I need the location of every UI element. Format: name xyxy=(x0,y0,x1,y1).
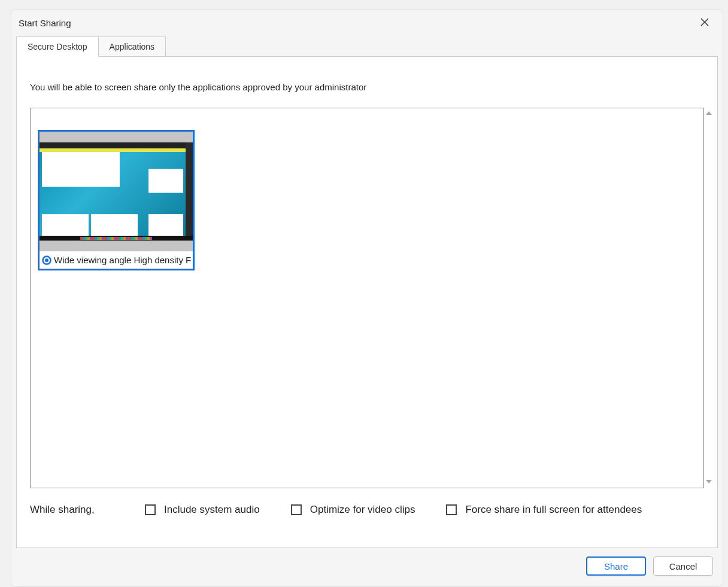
sharing-options-row: While sharing, Include system audio Opti… xyxy=(17,488,717,527)
checkbox-icon xyxy=(145,504,156,515)
tab-secure-desktop[interactable]: Secure Desktop xyxy=(16,37,99,57)
checkbox-icon xyxy=(291,504,302,515)
screen-selection-area: Wide viewing angle High density F xyxy=(30,108,704,488)
svg-point-5 xyxy=(45,258,48,262)
screen-tile-label: Wide viewing angle High density F xyxy=(54,255,191,265)
screen-tile-label-row: Wide viewing angle High density F xyxy=(40,251,193,269)
triangle-up-icon xyxy=(705,108,712,119)
checkbox-label: Optimize for video clips xyxy=(310,504,415,516)
dialog-footer: Share Cancel xyxy=(11,553,723,586)
triangle-down-icon xyxy=(705,477,712,488)
dialog-title: Start Sharing xyxy=(19,18,71,28)
svg-marker-3 xyxy=(706,480,712,483)
scroll-up-button[interactable] xyxy=(703,108,714,119)
close-icon xyxy=(700,17,709,29)
checkbox-force-fullscreen[interactable]: Force share in full screen for attendees xyxy=(446,504,642,516)
tab-bar: Secure Desktop Applications xyxy=(11,37,723,57)
admin-info-text: You will be able to screen share only th… xyxy=(17,57,717,99)
cancel-button[interactable]: Cancel xyxy=(653,556,713,576)
checkbox-optimize-video-clips[interactable]: Optimize for video clips xyxy=(291,504,415,516)
checkbox-icon xyxy=(446,504,457,515)
screen-thumbnail xyxy=(40,132,193,251)
scroll-down-button[interactable] xyxy=(703,477,714,488)
tab-content: You will be able to screen share only th… xyxy=(16,56,718,548)
close-button[interactable] xyxy=(696,14,713,31)
screen-tile-1[interactable]: Wide viewing angle High density F xyxy=(38,130,195,270)
tab-applications[interactable]: Applications xyxy=(98,37,166,57)
share-button[interactable]: Share xyxy=(586,556,646,576)
start-sharing-dialog: Start Sharing Secure Desktop Application… xyxy=(11,9,723,587)
screen-tiles-container: Wide viewing angle High density F xyxy=(31,108,703,488)
checkbox-label: Include system audio xyxy=(164,504,260,516)
checkbox-label: Force share in full screen for attendees xyxy=(465,504,642,516)
checkbox-include-system-audio[interactable]: Include system audio xyxy=(145,504,260,516)
dialog-header: Start Sharing xyxy=(11,10,723,36)
svg-marker-2 xyxy=(706,111,712,115)
radio-selected-icon xyxy=(42,256,51,265)
options-lead-text: While sharing, xyxy=(30,504,114,516)
